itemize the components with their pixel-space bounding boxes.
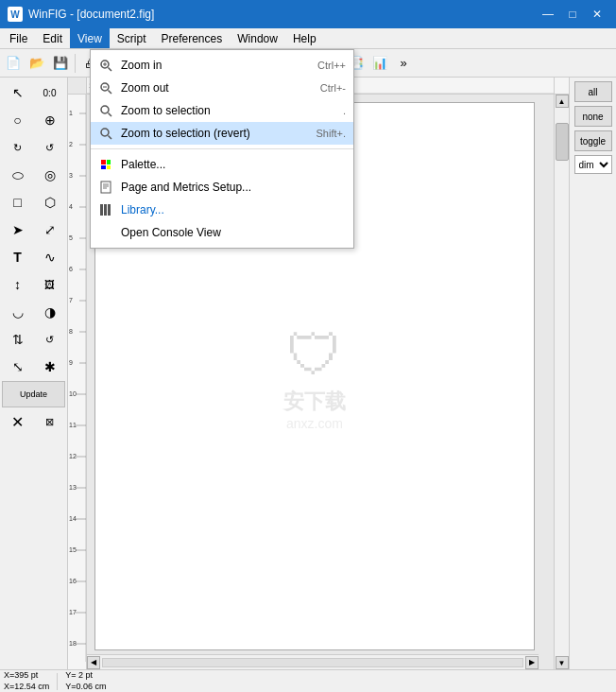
svg-line-65 (109, 113, 112, 117)
svg-text:2: 2 (69, 141, 73, 147)
svg-text:9: 9 (69, 359, 73, 366)
right-panel: all none toggle dim (569, 78, 616, 669)
maximize-button[interactable]: □ (561, 6, 584, 23)
zoom-in-icon (98, 58, 113, 73)
tool-select[interactable]: ↖ (2, 79, 33, 106)
watermark-sub: anxz.com (283, 416, 346, 431)
svg-rect-73 (104, 204, 107, 216)
coord-y-pt: Y= 2 pt (65, 670, 106, 682)
menu-help[interactable]: Help (285, 28, 324, 48)
svg-text:17: 17 (69, 609, 77, 615)
open-button[interactable]: 📂 (26, 52, 48, 75)
tool-text[interactable]: T (2, 244, 33, 270)
menu-item-zoom-sel-rev[interactable]: Zoom to selection (revert) Shift+. (91, 122, 353, 145)
panel-toggle-button[interactable]: toggle (574, 130, 612, 151)
panel-dim-select[interactable]: dim (574, 155, 612, 174)
svg-text:5: 5 (69, 234, 73, 241)
library-label: Library... (121, 203, 164, 216)
svg-rect-19 (68, 95, 87, 662)
zoom-sel-rev-shortcut: Shift+. (317, 128, 347, 139)
menu-edit[interactable]: Edit (35, 28, 70, 48)
new-button[interactable]: 📄 (2, 52, 25, 75)
palette-icon (98, 157, 113, 172)
menu-item-zoom-out[interactable]: Zoom out Ctrl+- (91, 77, 353, 99)
console-label: Open Console View (121, 226, 221, 239)
menu-item-page-setup[interactable]: Page and Metrics Setup... (91, 176, 353, 199)
menu-script[interactable]: Script (110, 28, 154, 48)
scroll-down-arrow[interactable]: ▼ (556, 656, 569, 669)
scrollbar-track-h[interactable] (102, 658, 523, 667)
scrollbar-horizontal[interactable]: ◀ ▶ (87, 654, 539, 669)
menu-file[interactable]: File (2, 28, 35, 48)
svg-text:1: 1 (69, 110, 73, 116)
tool-arc2[interactable]: ◑ (34, 299, 65, 325)
extra-button[interactable]: 📊 (368, 52, 391, 75)
menu-item-zoom-sel[interactable]: Zoom to selection . (91, 99, 353, 122)
close-button[interactable]: ✕ (586, 6, 608, 23)
menu-view[interactable]: View (70, 28, 110, 48)
scroll-left-arrow[interactable]: ◀ (87, 656, 100, 669)
tool-ellipse-dot[interactable]: ◎ (34, 162, 65, 188)
svg-line-58 (109, 68, 112, 72)
zoom-sel-label: Zoom to selection (121, 104, 211, 117)
left-toolbar: ↖ 0:0 ○ ⊕ ↻ ↺ ⬭ ◎ □ ⬡ ➤ ⤢ T ∿ ↕ 🖼 ◡ ◑ ⇅ … (0, 78, 68, 669)
menu-preferences[interactable]: Preferences (154, 28, 231, 48)
save-button[interactable]: 💾 (49, 52, 72, 75)
scrollbar-vertical[interactable]: ▲ ▼ (554, 95, 569, 669)
status-coords: X=395 pt X=12.54 cm (4, 670, 49, 692)
svg-line-67 (109, 136, 112, 140)
tool-arc1[interactable]: ◡ (2, 299, 33, 325)
tool-spin[interactable]: ↺ (34, 326, 65, 353)
tool-zoom[interactable]: 0:0 (34, 79, 65, 106)
svg-text:14: 14 (69, 515, 77, 522)
tool-flip[interactable]: ⇅ (2, 326, 33, 353)
menu-item-console[interactable]: Open Console View (91, 221, 353, 244)
svg-text:13: 13 (69, 484, 77, 491)
page-setup-label: Page and Metrics Setup... (121, 181, 251, 194)
tool-ellipse[interactable]: ⬭ (2, 162, 33, 188)
tool-hex[interactable]: ⬡ (34, 189, 65, 216)
svg-text:4: 4 (69, 203, 73, 210)
svg-point-66 (101, 129, 109, 136)
menu-item-palette[interactable]: Palette... (91, 153, 353, 176)
svg-text:16: 16 (69, 578, 77, 584)
tool-circle-solid[interactable]: ⊕ (34, 107, 65, 133)
coord-y-cm: Y=0.06 cm (65, 682, 106, 693)
tool-wave[interactable]: ∿ (34, 244, 65, 270)
zoom-sel-shortcut: . (343, 105, 346, 116)
tool-arrow-ud[interactable]: ↕ (2, 271, 33, 298)
window-title: WinFIG - [document2.fig] (28, 8, 154, 21)
menu-window[interactable]: Window (230, 28, 285, 48)
tool-rect[interactable]: □ (2, 189, 33, 216)
menu-item-library[interactable]: Library... (91, 199, 353, 221)
menu-item-zoom-in[interactable]: Zoom in Ctrl++ (91, 54, 353, 77)
scroll-up-arrow[interactable]: ▲ (556, 95, 569, 108)
tool-circle[interactable]: ○ (2, 107, 33, 133)
tool-star[interactable]: ✱ (34, 354, 65, 380)
svg-rect-74 (108, 204, 111, 216)
scroll-right-arrow[interactable]: ▶ (525, 656, 539, 669)
coord-x-pt: X=395 pt (4, 670, 49, 682)
tool-image[interactable]: 🖼 (34, 271, 65, 298)
coord-x-cm: X=12.54 cm (4, 682, 49, 693)
tool-diagonal[interactable]: ⤢ (34, 216, 65, 243)
tool-align[interactable]: ⤡ (2, 354, 33, 380)
svg-text:15: 15 (69, 546, 77, 553)
app-icon: W (8, 7, 23, 22)
tool-arrow-right[interactable]: ➤ (2, 216, 33, 243)
svg-text:10: 10 (69, 390, 77, 397)
minimize-button[interactable]: — (537, 6, 559, 23)
menu-separator-1 (91, 148, 353, 149)
tool-rotate-ccw[interactable]: ↺ (34, 134, 65, 161)
zoom-sel-rev-label: Zoom to selection (revert) (121, 127, 250, 140)
panel-all-button[interactable]: all (574, 81, 612, 102)
tool-close[interactable]: ✕ (2, 408, 33, 435)
tool-update[interactable]: Update (2, 381, 65, 407)
panel-none-button[interactable]: none (574, 106, 612, 127)
scrollbar-thumb-v[interactable] (556, 123, 569, 161)
more-button[interactable]: » (392, 52, 415, 75)
menu-bar: File Edit View Script Preferences Window… (0, 28, 616, 49)
tool-extra2[interactable]: ⊠ (34, 408, 65, 435)
tool-rotate-cw[interactable]: ↻ (2, 134, 33, 161)
library-icon (98, 202, 113, 217)
